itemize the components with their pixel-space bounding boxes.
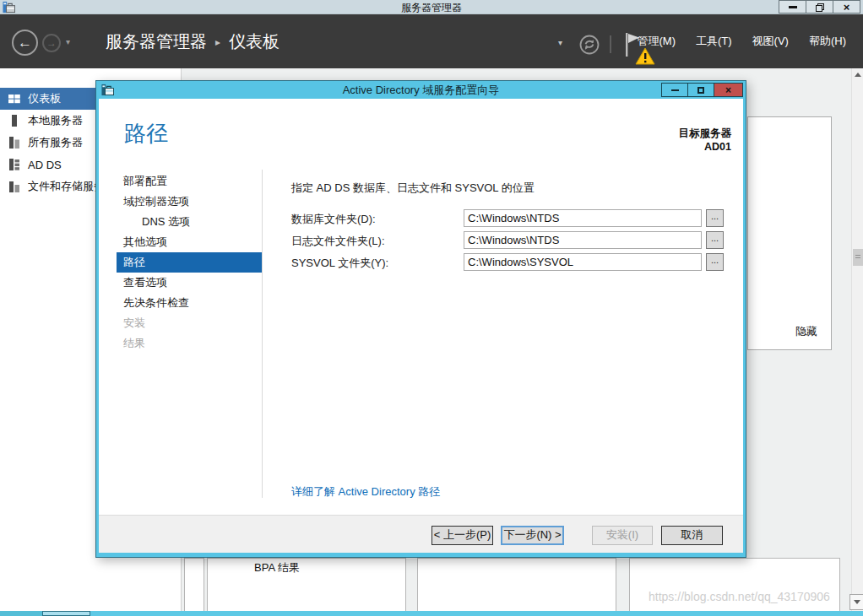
step-results: 结果 <box>117 333 262 354</box>
target-server-name: AD01 <box>679 140 732 154</box>
breadcrumb-root[interactable]: 服务器管理器 <box>106 30 207 53</box>
hide-link[interactable]: 隐藏 <box>795 324 817 339</box>
nav-content-divider <box>262 170 263 498</box>
database-folder-label: 数据库文件夹(D): <box>291 212 376 227</box>
dashboard-tile <box>417 558 616 611</box>
sysvol-folder-label: SYSVOL 文件夹(Y): <box>291 256 388 271</box>
back-arrow-icon: ← <box>18 35 32 51</box>
sysvol-folder-browse-button[interactable]: ... <box>706 253 724 271</box>
dialog-content: 路径 目标服务器 AD01 部署配置 域控制器选项 DNS 选项 其他选项 路径… <box>99 99 743 515</box>
sidebar-item-label: AD DS <box>28 159 62 171</box>
dialog-footer: < 上一步(P) 下一步(N) > 安装(I) 取消 <box>99 515 743 553</box>
close-icon: × <box>844 2 850 13</box>
restore-button[interactable] <box>806 0 833 14</box>
welcome-tile: 隐藏 <box>747 116 832 350</box>
close-button[interactable]: × <box>833 0 860 14</box>
minimize-icon <box>671 89 679 91</box>
page-title: 路径 <box>124 119 168 149</box>
server-manager-window: 服务器管理器 × ← → ▾ 服务器管理器 ▸ 仪表板 ▾ <box>0 0 863 616</box>
step-dns-options[interactable]: DNS 选项 <box>117 212 262 232</box>
dashboard-tile <box>184 558 204 611</box>
minimize-icon <box>789 6 797 8</box>
taskbar[interactable] <box>0 611 863 616</box>
paths-intro-text: 指定 AD DS 数据库、日志文件和 SYSVOL 的位置 <box>291 181 535 196</box>
taskbar-start-segment[interactable] <box>0 611 42 616</box>
menu-manage[interactable]: 管理(M) <box>638 34 676 49</box>
vertical-scrollbar[interactable] <box>851 68 863 611</box>
step-paths[interactable]: 路径 <box>117 252 262 273</box>
step-dc-options[interactable]: 域控制器选项 <box>117 192 262 212</box>
step-additional-options[interactable]: 其他选项 <box>117 232 262 252</box>
target-server-label: 目标服务器 <box>679 127 732 140</box>
forward-button[interactable]: → <box>42 34 61 52</box>
window-title: 服务器管理器 <box>0 1 863 15</box>
sidebar-item-label: 文件和存储服务 <box>28 179 105 194</box>
cancel-button[interactable]: 取消 <box>661 526 723 545</box>
log-folder-label: 日志文件文件夹(L): <box>291 234 385 249</box>
command-bar: ← → ▾ 服务器管理器 ▸ 仪表板 ▾ <box>0 14 863 68</box>
minimize-button[interactable] <box>779 0 806 14</box>
dialog-title: Active Directory 域服务配置向导 <box>96 83 746 98</box>
breadcrumb: 服务器管理器 ▸ 仪表板 <box>106 14 280 68</box>
dialog-close-button[interactable]: × <box>714 83 743 97</box>
dashboard-tile-bpa: BPA 结果 <box>207 558 406 611</box>
log-folder-browse-button[interactable]: ... <box>706 231 724 249</box>
maximize-icon <box>697 87 704 94</box>
menu-bar: 管理(M) 工具(T) 视图(V) 帮助(H) <box>638 14 847 68</box>
menu-help[interactable]: 帮助(H) <box>809 34 846 49</box>
wizard-steps-nav: 部署配置 域控制器选项 DNS 选项 其他选项 路径 查看选项 先决条件检查 安… <box>117 171 262 354</box>
scroll-down-button[interactable] <box>849 594 863 610</box>
history-dropdown-icon[interactable]: ▾ <box>66 37 70 46</box>
menu-tools[interactable]: 工具(T) <box>696 34 732 49</box>
dialog-window-controls: × <box>662 83 743 97</box>
window-controls: × <box>779 0 860 14</box>
servers-icon <box>8 137 20 149</box>
database-folder-input[interactable] <box>464 209 702 227</box>
adds-config-wizard-dialog: Active Directory 域服务配置向导 × 路径 目标服务器 AD01… <box>95 80 746 558</box>
step-review-options[interactable]: 查看选项 <box>117 273 262 293</box>
close-icon: × <box>725 85 731 95</box>
learn-more-link[interactable]: 详细了解 Active Directory 路径 <box>291 484 440 500</box>
forward-arrow-icon: → <box>46 37 57 49</box>
sidebar-item-label: 仪表板 <box>28 91 61 106</box>
taskbar-active-app-segment[interactable] <box>42 611 90 616</box>
dialog-minimize-button[interactable] <box>661 83 688 97</box>
back-button[interactable]: ← <box>12 30 38 56</box>
next-button[interactable]: 下一步(N) > <box>501 526 564 545</box>
tasks-dropdown-icon[interactable]: ▾ <box>558 38 562 47</box>
sysvol-folder-input[interactable] <box>464 253 702 271</box>
database-folder-browse-button[interactable]: ... <box>706 209 724 227</box>
scroll-up-icon[interactable] <box>855 73 861 77</box>
dashboard-grid-icon <box>8 93 20 105</box>
window-titlebar: 服务器管理器 × <box>0 0 863 14</box>
scrollbar-thumb[interactable] <box>853 249 863 266</box>
file-storage-icon <box>8 181 20 192</box>
step-deployment-config[interactable]: 部署配置 <box>117 171 262 192</box>
refresh-button[interactable] <box>579 35 600 55</box>
header-divider <box>610 35 611 53</box>
breadcrumb-current[interactable]: 仪表板 <box>229 30 280 53</box>
target-server-block: 目标服务器 AD01 <box>679 127 732 154</box>
server-icon <box>8 115 20 127</box>
step-installation: 安装 <box>117 313 262 333</box>
install-button: 安装(I) <box>592 526 653 545</box>
sidebar-item-label: 所有服务器 <box>28 135 83 150</box>
breadcrumb-separator-icon: ▸ <box>215 35 220 48</box>
step-prerequisites-check[interactable]: 先决条件检查 <box>117 293 262 313</box>
menu-view[interactable]: 视图(V) <box>752 34 789 49</box>
restore-icon <box>816 3 823 11</box>
bpa-results-label: BPA 结果 <box>254 560 300 575</box>
watermark-text: https://blog.csdn.net/qq_43170906 <box>649 590 830 603</box>
sidebar-item-label: 本地服务器 <box>28 113 83 128</box>
dialog-titlebar: Active Directory 域服务配置向导 × <box>96 81 746 99</box>
log-folder-input[interactable] <box>464 231 702 249</box>
ad-ds-icon <box>8 159 20 170</box>
dialog-maximize-button[interactable] <box>687 83 714 97</box>
previous-button[interactable]: < 上一步(P) <box>432 526 493 545</box>
